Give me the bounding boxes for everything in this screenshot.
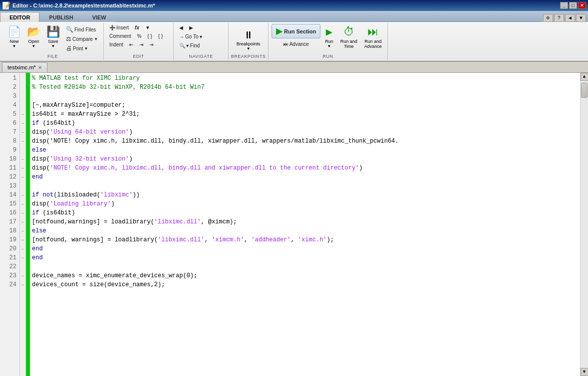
- breakpoint-slot[interactable]: [20, 101, 25, 110]
- breakpoint-slot[interactable]: –: [20, 190, 25, 199]
- breakpoints-icon: ⏸: [244, 29, 254, 41]
- scroll-down-button[interactable]: ▼: [581, 368, 588, 376]
- breakpoint-slot[interactable]: –: [20, 164, 25, 173]
- code-line: disp('NOTE! Copy ximc.h, libximc.dll, bi…: [32, 137, 578, 146]
- code-line: [notfound,warnings] = loadlibrary('libxi…: [32, 217, 578, 226]
- comment-text: % Tested R2014b 32-bit WinXP, R2014b 64-…: [32, 84, 205, 91]
- new-label: New: [9, 39, 18, 44]
- tab-editor[interactable]: EDITOR: [0, 12, 39, 22]
- breakpoint-dash: –: [21, 246, 24, 252]
- line-number: 2: [3, 83, 16, 92]
- find-files-icon: 🔍: [66, 26, 73, 33]
- go-to-button[interactable]: → Go To ▾: [177, 33, 205, 40]
- breakpoint-slot[interactable]: –: [20, 271, 25, 280]
- breakpoints-button[interactable]: ⏸ Breakpoints ▼: [234, 28, 263, 52]
- breakpoint-slot[interactable]: [20, 182, 25, 190]
- scroll-track[interactable]: [581, 81, 588, 368]
- breakpoint-dash: –: [21, 157, 24, 162]
- vertical-scrollbar[interactable]: ▲ ▼: [580, 73, 588, 376]
- breakpoint-slot[interactable]: –: [20, 155, 25, 164]
- breakpoint-slot[interactable]: –: [20, 253, 25, 262]
- line-number: 4: [3, 101, 16, 110]
- find-files-button[interactable]: 🔍 Find Files: [63, 25, 100, 34]
- breakpoint-slot[interactable]: [20, 74, 25, 83]
- percent-button[interactable]: %: [134, 32, 144, 40]
- close-tab-button[interactable]: ✕: [38, 65, 42, 70]
- indent-button[interactable]: Indent: [107, 41, 126, 48]
- go-to-icon: →: [179, 34, 184, 39]
- code-btn2[interactable]: { }: [156, 32, 165, 40]
- new-button[interactable]: 📄 New ▼: [5, 24, 23, 50]
- tab-publish[interactable]: PUBLISH: [39, 12, 82, 22]
- code-area[interactable]: % MATLAB test for XIMC library % Tested …: [30, 73, 580, 376]
- run-and-time-label: Run and Time: [340, 39, 357, 49]
- title-text: Editor - C:\ximc-2.8.2\examples\testmatl…: [12, 2, 155, 8]
- breakpoint-slot[interactable]: –: [20, 217, 25, 226]
- breakpoint-dash: –: [21, 210, 24, 216]
- code-line: end: [32, 244, 578, 253]
- code-line: if (is64bit): [32, 119, 578, 128]
- breakpoint-slot[interactable]: –: [20, 137, 25, 146]
- breakpoint-slot[interactable]: –: [20, 110, 25, 119]
- editor-main: 123456789101112131415161718192021222324 …: [0, 73, 588, 376]
- toolbar-search-icon[interactable]: ?: [554, 14, 564, 22]
- breakpoint-slot[interactable]: –: [20, 199, 25, 208]
- indent-btn3[interactable]: ⇥: [147, 41, 156, 48]
- code-btn1[interactable]: { }: [145, 32, 154, 40]
- green-margin-bar: [26, 73, 30, 376]
- close-button[interactable]: ✕: [578, 2, 586, 9]
- run-and-time-button[interactable]: ⏱ Run and Time: [338, 24, 360, 50]
- find-button[interactable]: 🔍 ▾ Find: [177, 42, 202, 49]
- breakpoint-slot[interactable]: –: [20, 226, 25, 235]
- forward-button[interactable]: ▶: [187, 24, 196, 31]
- print-button[interactable]: 🖨 Print ▼: [63, 44, 100, 53]
- line-number: 17: [3, 217, 16, 226]
- file-tab-testximc[interactable]: testximc.m* ✕: [2, 62, 47, 72]
- toolbar-arrow-icon[interactable]: ◀: [565, 14, 575, 22]
- breakpoint-slot[interactable]: –: [20, 173, 25, 182]
- compare-button[interactable]: ⚖ Compare ▼: [63, 34, 100, 43]
- toolbar-expand-icon[interactable]: ▼: [576, 14, 586, 22]
- expand-button[interactable]: ▼: [143, 24, 153, 31]
- breakpoint-slot[interactable]: [20, 146, 25, 155]
- indent-btn1[interactable]: ⇤: [127, 41, 136, 48]
- run-section-play-icon: ▶: [276, 26, 282, 36]
- run-group-label: RUN: [322, 54, 333, 59]
- save-button[interactable]: 💾 Save ▼: [44, 24, 62, 50]
- line-number: 1: [3, 74, 16, 83]
- advance-button[interactable]: ⏭ Advance: [272, 40, 320, 48]
- navigate-group: ◀ ▶ → Go To ▾ 🔍 ▾ Find NAVIGATE: [174, 23, 229, 60]
- run-section-button[interactable]: ▶ Run Section: [272, 24, 320, 38]
- breakpoint-slot[interactable]: [20, 262, 25, 271]
- open-button[interactable]: 📂 Open ▼: [24, 24, 43, 50]
- breakpoint-slot[interactable]: –: [20, 280, 25, 289]
- scroll-up-button[interactable]: ▲: [581, 73, 588, 81]
- line-number: 10: [3, 155, 16, 164]
- insert-button[interactable]: ➕ Insert: [107, 24, 131, 31]
- breakpoint-slot[interactable]: –: [20, 128, 25, 137]
- maximize-button[interactable]: □: [569, 2, 577, 9]
- run-and-advance-button[interactable]: ⏭ Run and Advance: [362, 24, 384, 50]
- breakpoint-slot[interactable]: [20, 83, 25, 92]
- breakpoint-slot[interactable]: [20, 92, 25, 101]
- code-line: [32, 182, 578, 190]
- line-number: 6: [3, 119, 16, 128]
- back-button[interactable]: ◀: [177, 24, 186, 31]
- breakpoint-slot[interactable]: –: [20, 208, 25, 217]
- breakpoint-slot[interactable]: –: [20, 235, 25, 244]
- code-line: [32, 92, 578, 101]
- breakpoint-slot[interactable]: –: [20, 244, 25, 253]
- indent-btn2[interactable]: ⇥: [137, 41, 146, 48]
- tab-view[interactable]: VIEW: [83, 12, 116, 22]
- scroll-thumb[interactable]: [581, 83, 588, 98]
- run-button[interactable]: ▶ Run ▼: [322, 24, 336, 50]
- fx-button[interactable]: fx: [132, 24, 142, 31]
- breakpoint-dash: –: [21, 219, 24, 225]
- open-label: Open: [28, 39, 39, 44]
- print-icon: 🖨: [66, 45, 72, 52]
- code-line: % MATLAB test for XIMC library: [32, 74, 578, 83]
- minimize-button[interactable]: _: [560, 2, 568, 9]
- comment-button[interactable]: Comment: [107, 32, 133, 40]
- breakpoint-slot[interactable]: –: [20, 119, 25, 128]
- toolbar-settings-icon[interactable]: ⚙: [543, 14, 553, 22]
